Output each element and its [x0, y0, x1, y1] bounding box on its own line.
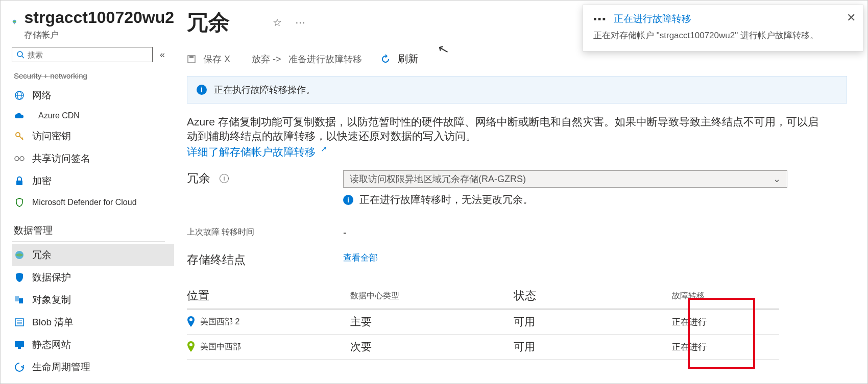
nav-item-defender[interactable]: Microsoft Defender for Cloud — [12, 192, 174, 213]
svg-point-10 — [15, 157, 19, 161]
lock-icon — [14, 175, 25, 187]
col-dctype: 数据中心类型 — [350, 291, 514, 301]
key-icon — [14, 131, 25, 142]
info-banner: i 正在执行故障转移操作。 — [187, 76, 847, 104]
failover-status: 正在进行 — [672, 341, 779, 353]
nav-item-keys[interactable]: 访问密钥 — [12, 125, 174, 147]
dc-type: 次要 — [350, 340, 514, 354]
nav-section-cutoff: Security + networking — [12, 71, 174, 84]
search-input[interactable] — [28, 50, 148, 59]
close-button[interactable]: ✕ — [847, 11, 856, 24]
status: 可用 — [514, 315, 672, 329]
nav-label: 静态网站 — [32, 338, 71, 351]
nav-item-protection[interactable]: 数据保护 — [12, 266, 174, 289]
replication-icon — [14, 294, 25, 305]
network-icon — [14, 90, 25, 101]
cloud-icon — [14, 110, 25, 121]
nav-item-lifecycle[interactable]: 生命周期管理 — [12, 356, 174, 378]
discard-button[interactable]: 放弃 -> — [252, 53, 281, 65]
toolbar: 保存 X 放弃 -> 准备进行故障转移 刷新 — [187, 52, 847, 66]
nav-item-replication[interactable]: 对象复制 — [12, 289, 174, 311]
resource-type: 存储帐户 — [24, 29, 174, 41]
sas-icon — [14, 153, 25, 164]
main-content: 冗余 ☆ ⋯ 保存 X 放弃 -> 准备进行故障转移 刷新 i 正在执行故障转移… — [174, 1, 867, 360]
nav-label: 生命周期管理 — [32, 361, 90, 374]
nav-item-static-site[interactable]: 静态网站 — [12, 334, 174, 356]
favorite-button[interactable]: ☆ — [273, 16, 282, 29]
redundancy-select[interactable]: 读取访问权限异地区域冗余存储(RA-GZRS) ⌄ — [343, 170, 787, 188]
nav-item-blob-inventory[interactable]: Blob 清单 — [12, 311, 174, 334]
nav-item-cdn[interactable]: Azure CDN — [12, 107, 174, 125]
nav-list: Security + networking 网络 Azure CDN 访问密钥 … — [12, 71, 174, 378]
svg-rect-15 — [15, 296, 19, 301]
svg-rect-24 — [189, 56, 194, 58]
svg-point-2 — [17, 52, 22, 57]
prepare-failover-button[interactable]: 准备进行故障转移 — [288, 53, 362, 65]
svg-rect-13 — [16, 181, 22, 185]
nav-label: 对象复制 — [32, 293, 71, 306]
nav-label: 访问密钥 — [32, 130, 71, 143]
notification-toast: ▪▪▪ 正在进行故障转移 ✕ 正在对存储帐户 "strgacct100720wu… — [583, 5, 863, 52]
banner-text: 正在执行故障转移操作。 — [214, 84, 315, 96]
info-icon: i — [343, 195, 353, 205]
redundancy-row: 冗余 i 读取访问权限异地区域冗余存储(RA-GZRS) ⌄ i 正在进行故障转… — [187, 170, 847, 207]
svg-line-3 — [22, 56, 24, 58]
save-icon — [187, 55, 196, 64]
svg-rect-1 — [14, 23, 15, 24]
svg-point-26 — [189, 343, 192, 346]
endpoints-label: 存储终结点 — [187, 252, 323, 268]
failover-status: 正在进行 — [672, 316, 779, 328]
location-name: 美国西部 2 — [200, 317, 239, 327]
dc-type: 主要 — [350, 315, 514, 329]
col-failover: 故障转移 — [672, 291, 779, 301]
redundancy-label: 冗余 — [187, 170, 210, 186]
shield-icon — [14, 272, 25, 283]
svg-point-11 — [20, 157, 24, 161]
nav-item-network[interactable]: 网络 — [12, 84, 174, 107]
globe-icon — [14, 249, 25, 261]
nav-label: Blob 清单 — [32, 316, 74, 329]
nav-label: 共享访问签名 — [32, 152, 90, 165]
account-name: strgacct100720wu2 — [24, 8, 174, 27]
collapse-sidebar-button[interactable]: « — [160, 49, 165, 60]
search-icon — [16, 50, 25, 59]
location-name: 美国中西部 — [200, 342, 241, 352]
nav-section-datamgmt: 数据管理 — [12, 213, 165, 242]
last-failover-value: - — [343, 227, 347, 239]
svg-line-9 — [22, 138, 23, 139]
toast-title: 正在进行故障转移 — [614, 12, 691, 25]
refresh-button[interactable]: 刷新 — [398, 52, 418, 66]
sidebar-search[interactable] — [12, 47, 153, 62]
save-button[interactable]: 保存 X — [203, 53, 230, 65]
nav-item-sas[interactable]: 共享访问签名 — [12, 147, 174, 170]
nav-label: Microsoft Defender for Cloud — [32, 198, 137, 207]
page-title: 冗余 — [187, 8, 230, 37]
nav-label: Azure CDN — [38, 111, 80, 120]
nav-label: 加密 — [32, 174, 52, 188]
svg-point-7 — [16, 133, 20, 137]
globe-icon — [12, 13, 17, 31]
nav-item-encryption[interactable]: 加密 — [12, 170, 174, 192]
chevron-down-icon: ⌄ — [773, 173, 781, 185]
nav-item-redundancy[interactable]: 冗余 — [12, 244, 174, 266]
progress-icon: ▪▪▪ — [593, 13, 607, 24]
info-icon: i — [197, 85, 207, 95]
more-button[interactable]: ⋯ — [295, 16, 305, 29]
svg-point-25 — [189, 318, 192, 321]
monitor-icon — [14, 339, 25, 350]
table-header: 位置 数据中心类型 状态 故障转移 — [187, 288, 779, 310]
cycle-icon — [14, 362, 25, 373]
external-link-icon: ↗ — [321, 144, 327, 153]
view-all-link[interactable]: 查看全部 — [343, 252, 378, 264]
shield-icon — [14, 197, 25, 208]
pin-icon — [187, 341, 195, 352]
table-row: 美国西部 2 主要 可用 正在进行 — [187, 310, 779, 335]
select-value: 读取访问权限异地区域冗余存储(RA-GZRS) — [350, 173, 526, 185]
info-icon[interactable]: i — [220, 174, 229, 183]
col-location: 位置 — [187, 288, 350, 303]
redundancy-note: i 正在进行故障转移时，无法更改冗余。 — [343, 193, 787, 207]
learn-more-link[interactable]: 详细了解存储帐户故障转移 — [187, 146, 316, 158]
list-icon — [14, 317, 25, 328]
svg-rect-21 — [15, 341, 24, 347]
nav-label: 网络 — [32, 89, 52, 102]
